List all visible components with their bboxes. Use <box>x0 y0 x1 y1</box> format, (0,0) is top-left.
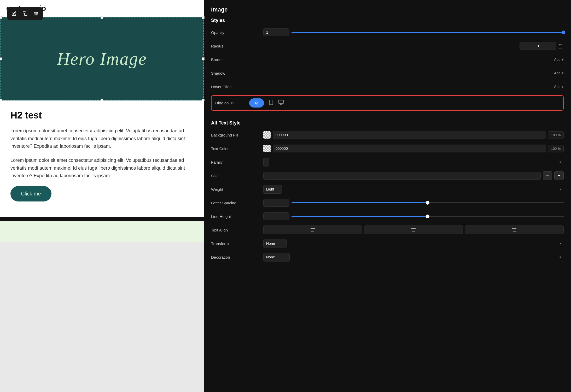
refresh-icon[interactable]: ↺ <box>231 101 234 105</box>
bg-fill-color-swatch[interactable] <box>263 131 271 139</box>
element-toolbar <box>7 7 43 20</box>
transform-select[interactable]: None Uppercase Lowercase Capitalize <box>263 239 287 248</box>
hero-image-block[interactable]: Hero Image <box>0 17 204 100</box>
content-area: H2 test Lorem ipsum dolor sit amet conse… <box>0 100 204 217</box>
transform-row: Transform None Uppercase Lowercase Capit… <box>211 239 564 248</box>
align-center-button[interactable] <box>364 225 463 234</box>
border-row: Border Add + <box>211 55 564 64</box>
decoration-label: Decoration <box>211 255 263 259</box>
handle-tl[interactable] <box>0 16 2 19</box>
shadow-add-button[interactable]: Add + <box>554 71 564 75</box>
handle-tr[interactable] <box>202 16 205 19</box>
border-add-button[interactable]: Add + <box>554 57 564 62</box>
mobile-toggle-active[interactable]: ⊘ <box>249 98 264 108</box>
handle-mr[interactable] <box>202 57 205 60</box>
opacity-row: Opacity <box>211 27 564 37</box>
line-height-label: Line Height <box>211 214 263 219</box>
size-input[interactable] <box>263 172 541 180</box>
letter-spacing-input[interactable] <box>263 199 289 207</box>
decoration-chevron-icon: ▾ <box>560 255 561 259</box>
tablet-icon[interactable] <box>268 99 274 107</box>
decoration-select-wrapper: None Underline Line-through ▾ <box>263 253 564 262</box>
text-align-row: Text Align <box>211 225 564 235</box>
panel-title: Image <box>211 6 564 13</box>
styles-section-title: Styles <box>211 18 564 23</box>
letter-spacing-label: Letter Spacing <box>211 201 263 205</box>
shadow-label: Shadow <box>211 71 263 75</box>
text-color-input[interactable] <box>273 145 546 152</box>
svg-rect-3 <box>279 100 283 103</box>
opacity-input[interactable] <box>263 28 289 36</box>
size-increase-button[interactable]: + <box>554 171 564 180</box>
bg-fill-color-input[interactable] <box>273 131 546 139</box>
handle-br[interactable] <box>202 99 205 101</box>
size-row: Size − + <box>211 171 564 181</box>
family-chevron-icon: ▾ <box>560 160 561 164</box>
desktop-icon[interactable] <box>278 99 284 107</box>
decoration-select[interactable]: None Underline Line-through <box>263 253 290 262</box>
align-right-button[interactable] <box>465 225 564 234</box>
transform-select-wrapper: None Uppercase Lowercase Capitalize ▾ <box>263 239 564 248</box>
transform-label: Transform <box>211 241 263 246</box>
text-color-percent: 100 % <box>548 145 564 152</box>
opacity-slider[interactable] <box>292 32 564 33</box>
text-color-row: Text Color 100 % <box>211 144 564 153</box>
green-section <box>0 221 204 242</box>
family-select[interactable] <box>263 158 269 167</box>
bg-fill-label: Background Fill <box>211 133 263 137</box>
line-height-input[interactable] <box>263 212 289 220</box>
text-color-label: Text Color <box>211 146 263 151</box>
hide-on-row: Hide on ↺ ⊘ <box>211 95 564 111</box>
letter-spacing-slider[interactable] <box>292 202 564 203</box>
canvas-area: customer.io Hero Image H2 test Lorem ips… <box>0 0 204 392</box>
text-color-controls: 100 % <box>263 145 564 152</box>
weight-row: Weight Light Regular Medium Bold ▾ <box>211 184 564 194</box>
handle-bm[interactable] <box>101 99 103 101</box>
click-me-button[interactable]: Click me <box>10 186 51 201</box>
transform-chevron-icon: ▾ <box>560 242 561 245</box>
handle-tm[interactable] <box>101 16 103 19</box>
edit-button[interactable] <box>9 9 19 18</box>
right-panel: Image Styles Opacity Radius ⬚ Border Add… <box>204 0 571 392</box>
radius-label: Radius <box>211 44 263 48</box>
decoration-row: Decoration None Underline Line-through ▾ <box>211 252 564 262</box>
hide-on-controls: ⊘ <box>249 98 560 108</box>
text-align-label: Text Align <box>211 228 263 232</box>
hover-effect-row: Hover Effect Add + <box>211 82 564 92</box>
opacity-label: Opacity <box>211 30 263 35</box>
family-label: Family <box>211 160 263 164</box>
handle-bl[interactable] <box>0 99 2 101</box>
text-color-swatch[interactable] <box>263 145 271 152</box>
delete-button[interactable] <box>31 9 41 18</box>
lorem-paragraph-1: Lorem ipsum dolor sit amet consectetur a… <box>10 127 193 150</box>
hover-effect-label: Hover Effect <box>211 85 263 89</box>
weight-chevron-icon: ▾ <box>560 187 561 191</box>
hover-effect-add-button[interactable]: Add + <box>554 85 564 89</box>
radius-row: Radius ⬚ <box>211 41 564 51</box>
letter-spacing-row: Letter Spacing <box>211 198 564 208</box>
bottom-bar <box>0 217 204 221</box>
expand-icon[interactable]: ⬚ <box>559 43 564 49</box>
line-height-slider[interactable] <box>292 216 564 217</box>
family-select-wrapper: ▾ <box>263 158 564 167</box>
svg-rect-0 <box>25 13 27 16</box>
size-controls: − + <box>263 171 564 180</box>
weight-select[interactable]: Light Regular Medium Bold <box>263 185 282 194</box>
handle-ml[interactable] <box>0 57 2 60</box>
family-row: Family ▾ <box>211 157 564 167</box>
h2-heading: H2 test <box>10 110 193 121</box>
border-label: Border <box>211 57 263 62</box>
bg-fill-controls: 100 % <box>263 131 564 139</box>
weight-label: Weight <box>211 187 263 192</box>
align-left-button[interactable] <box>263 225 362 234</box>
size-decrease-button[interactable]: − <box>543 171 552 180</box>
lorem-paragraph-2: Lorem ipsum dolor sit amet consectetur a… <box>10 157 193 180</box>
hide-on-label: Hide on ↺ <box>215 101 249 105</box>
size-label: Size <box>211 174 263 178</box>
duplicate-button[interactable] <box>20 9 30 18</box>
radius-input[interactable] <box>520 42 556 50</box>
alt-text-section-title: Alt Text Style <box>211 120 564 126</box>
weight-select-wrapper: Light Regular Medium Bold ▾ <box>263 185 564 194</box>
shadow-row: Shadow Add + <box>211 68 564 78</box>
no-circle-icon: ⊘ <box>255 100 258 105</box>
